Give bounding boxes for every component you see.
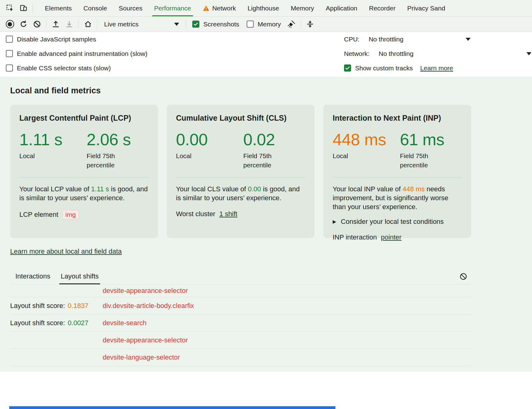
chevron-down-icon[interactable]	[466, 38, 471, 41]
download-icon	[65, 20, 73, 28]
collapse-view-button[interactable]	[303, 18, 317, 31]
node-link[interactable]: devsite-appearance-selector	[103, 287, 188, 295]
divider	[78, 20, 79, 29]
inp-card: Interaction to Next Paint (INP) 448 ms L…	[323, 105, 471, 238]
cpu-throttling-value: No throttling	[369, 36, 403, 43]
divider	[19, 177, 149, 177]
cpu-throttling-row: CPU: No throttling	[340, 32, 532, 46]
tab-sources[interactable]: Sources	[113, 0, 148, 16]
worst-cluster-label: Worst cluster	[176, 210, 215, 218]
inp-interaction-link[interactable]: pointer	[381, 233, 401, 241]
circle-slash-icon	[33, 20, 41, 28]
css-selector-stats-checkbox[interactable]: Enable CSS selector stats (slow)	[2, 64, 115, 72]
lcp-element-node-badge[interactable]: img	[62, 210, 79, 219]
cpu-throttling-select[interactable]: No throttling	[369, 36, 403, 43]
checkbox-label: Enable CSS selector stats (slow)	[17, 64, 111, 72]
memory-checkbox[interactable]: Memory	[243, 21, 285, 28]
disclosure-label: Consider your local test conditions	[341, 218, 444, 226]
chevron-down-icon[interactable]	[526, 52, 531, 55]
live-metrics-view: Local and field metrics Largest Contentf…	[0, 77, 532, 372]
node-link[interactable]: devsite-search	[103, 319, 147, 327]
tab-console[interactable]: Console	[78, 0, 113, 16]
tab-performance[interactable]: Performance	[148, 0, 197, 16]
score-value: 0.0027	[68, 319, 88, 327]
performance-toolbar: Live metrics Screenshots Memory	[0, 17, 532, 32]
divider	[33, 4, 33, 13]
node-link[interactable]: devsite-appearance-selector	[103, 336, 188, 344]
tab-privacy-sandbox[interactable]: Privacy Sand	[401, 0, 451, 16]
advanced-paint-instrumentation-checkbox[interactable]: Enable advanced paint instrumentation (s…	[2, 50, 151, 57]
tab-recorder[interactable]: Recorder	[363, 0, 401, 16]
local-label: Local	[333, 151, 380, 160]
upload-icon	[52, 20, 60, 28]
tab-label: Application	[326, 5, 358, 12]
divider	[46, 20, 46, 29]
divider	[333, 177, 462, 177]
layout-shift-row: devsite-appearance-selector	[10, 332, 471, 349]
network-label: Network:	[344, 50, 370, 57]
screenshots-checkbox[interactable]: Screenshots	[189, 21, 243, 28]
inp-field-value: 61 ms	[400, 131, 467, 148]
worst-cluster-link[interactable]: 1 shift	[219, 210, 237, 218]
score-value: 0.1837	[68, 302, 88, 310]
local-label: Local	[176, 151, 224, 160]
load-profile-button[interactable]	[49, 18, 62, 31]
node-link[interactable]: div.devsite-floating-action-buttons	[103, 371, 203, 372]
tab-memory[interactable]: Memory	[285, 0, 320, 16]
node-link[interactable]: div.devsite-article-body.clearfix	[103, 302, 194, 310]
lcp-field-value: 2.06 s	[87, 131, 154, 148]
history-dropdown[interactable]: Live metrics	[100, 18, 183, 30]
disable-js-samples-checkbox[interactable]: Disable JavaScript samples	[2, 36, 100, 43]
memory-label: Memory	[258, 21, 281, 28]
field-label: Field 75th percentile	[87, 151, 134, 169]
save-profile-button[interactable]	[62, 18, 76, 31]
inp-description: Your local INP value of 448 ms needs imp…	[333, 185, 462, 211]
tab-label: Memory	[291, 5, 314, 12]
layout-shift-row: Layout shift score:0.0027 devsite-search	[10, 314, 471, 332]
lcp-description: Your local LCP value of 1.11 s is good, …	[19, 185, 149, 202]
horizontal-scrollbar-thumb[interactable]	[9, 406, 335, 409]
checkbox-label: Show custom tracks	[355, 64, 413, 72]
gc-button[interactable]	[285, 18, 298, 31]
lcp-local-value: 1.11 s	[19, 131, 87, 148]
divider	[97, 20, 97, 29]
screenshots-label: Screenshots	[203, 21, 239, 28]
throttling-settings: CPU: No throttling Network: No throttlin…	[340, 32, 532, 75]
divider	[176, 177, 305, 177]
show-custom-tracks-checkbox[interactable]: Show custom tracks	[340, 64, 417, 72]
card-title: Cumulative Layout Shift (CLS)	[176, 114, 305, 123]
broom-icon	[287, 20, 295, 28]
live-metrics-home-button[interactable]	[81, 18, 95, 31]
local-test-conditions-disclosure[interactable]: ▶ Consider your local test conditions	[333, 218, 462, 226]
cls-field-value: 0.02	[243, 131, 311, 148]
tab-interactions[interactable]: Interactions	[10, 269, 56, 284]
tab-elements[interactable]: Elements	[39, 0, 78, 16]
network-throttling-select[interactable]: No throttling	[379, 50, 413, 57]
tab-lighthouse[interactable]: Lighthouse	[242, 0, 285, 16]
tab-application[interactable]: Application	[320, 0, 363, 16]
cpu-label: CPU:	[344, 36, 359, 43]
cls-description: Your local CLS value of 0.00 is good, an…	[176, 185, 305, 202]
devtools-performance-panel: Elements Console Sources Performance Net…	[0, 0, 532, 372]
clear-recording-button[interactable]	[30, 18, 44, 31]
cls-card: Cumulative Layout Shift (CLS) 0.00 Local…	[167, 105, 315, 238]
capture-settings: Disable JavaScript samples Enable advanc…	[0, 32, 532, 77]
toggle-device-toolbar-button[interactable]	[17, 2, 30, 15]
learn-more-field-data-link[interactable]: Learn more about local and field data	[10, 247, 122, 255]
record-icon	[6, 20, 14, 28]
record-button[interactable]	[3, 18, 17, 31]
clear-log-button[interactable]	[457, 270, 470, 283]
tab-layout-shifts[interactable]: Layout shifts	[56, 269, 104, 284]
node-link[interactable]: devsite-language-selector	[103, 353, 180, 361]
card-title: Largest Contentful Paint (LCP)	[19, 114, 149, 123]
record-and-reload-button[interactable]	[17, 18, 30, 31]
checkbox-icon	[344, 64, 351, 72]
checkbox-icon	[6, 50, 13, 57]
inspect-cursor-icon	[6, 4, 14, 12]
tab-network[interactable]: Network	[197, 0, 242, 16]
panel-tab-list: Elements Console Sources Performance Net…	[39, 0, 451, 16]
custom-tracks-learn-more-link[interactable]: Learn more	[420, 64, 453, 72]
custom-tracks-row: Show custom tracks Learn more	[340, 61, 532, 75]
tab-label: Performance	[154, 5, 191, 12]
inspect-element-button[interactable]	[3, 2, 17, 15]
